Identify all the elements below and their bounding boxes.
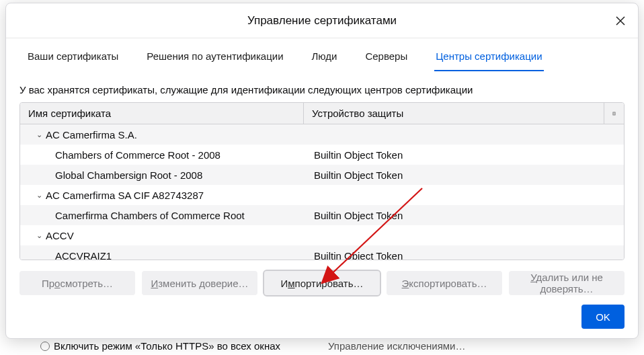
cert-tree: Имя сертификата Устройство защиты ⌄AC Ca… (19, 102, 625, 260)
tree-label: Camerfirma Chambers of Commerce Root (55, 210, 245, 221)
tree-label: AC Camerfirma S.A. (46, 129, 137, 141)
https-mode-radio[interactable]: Включить режим «Только HTTPS» во всех ок… (40, 340, 280, 352)
view-button[interactable]: Просмотреть… (19, 271, 135, 295)
chevron-down-icon: ⌄ (35, 130, 43, 139)
export-button[interactable]: Экспортировать… (387, 271, 502, 295)
svg-rect-0 (612, 112, 615, 114)
col-name[interactable]: Имя сертификата (20, 103, 304, 124)
tree-label: Chambers of Commerce Root - 2008 (55, 149, 220, 161)
tab-authorities[interactable]: Центры сертификации (434, 44, 543, 71)
import-button[interactable]: Импортировать… (264, 271, 380, 295)
tree-cert[interactable]: ACCVRAIZ1 Builtin Object Token (20, 245, 624, 260)
dialog-footer: OK (6, 298, 638, 338)
tree-group[interactable]: ⌄AC Camerfirma SA CIF A82743287 (20, 185, 624, 205)
column-picker-icon (612, 109, 616, 118)
tab-servers[interactable]: Серверы (364, 44, 409, 71)
col-device[interactable]: Устройство защиты (304, 103, 604, 124)
description-text: У вас хранятся сертификаты, служащие для… (6, 72, 638, 102)
chevron-down-icon: ⌄ (35, 231, 43, 240)
tree-cert[interactable]: Camerfirma Chambers of Commerce Root Bui… (20, 205, 624, 225)
tab-auth-decisions[interactable]: Решения по аутентификации (145, 44, 284, 71)
tree-header: Имя сертификата Устройство защиты (20, 103, 624, 124)
tree-cert[interactable]: Chambers of Commerce Root - 2008 Builtin… (20, 145, 624, 165)
chevron-down-icon: ⌄ (35, 191, 43, 200)
tree-body[interactable]: ⌄AC Camerfirma S.A. Chambers of Commerce… (20, 124, 624, 260)
tab-your-certs[interactable]: Ваши сертификаты (26, 44, 120, 71)
tree-device: Builtin Object Token (304, 250, 624, 260)
close-button[interactable] (610, 10, 631, 32)
column-picker[interactable] (604, 103, 624, 124)
tree-device: Builtin Object Token (304, 210, 624, 221)
https-mode-radio-label: Включить режим «Только HTTPS» во всех ок… (54, 340, 280, 352)
delete-distrust-button[interactable]: Удалить или не доверять… (509, 271, 625, 295)
certificate-manager-dialog: Управление сертификатами Ваши сертификат… (5, 3, 639, 339)
tree-label: ACCVRAIZ1 (55, 250, 112, 260)
manage-exceptions-link[interactable]: Управление исключениями… (328, 340, 465, 352)
tab-bar: Ваши сертификаты Решения по аутентификац… (6, 42, 638, 72)
tab-people[interactable]: Люди (311, 44, 339, 71)
action-button-row: Просмотреть… Изменить доверие… Импортиро… (6, 264, 638, 298)
tree-label: Global Chambersign Root - 2008 (55, 169, 202, 181)
dialog-header: Управление сертификатами (6, 3, 638, 38)
underlying-page: Включить режим «Только HTTPS» во всех ок… (0, 336, 644, 355)
tree-label: AC Camerfirma SA CIF A82743287 (46, 190, 204, 201)
tree-label: ACCV (46, 230, 74, 241)
https-mode-radio-input[interactable] (40, 342, 50, 351)
tree-device: Builtin Object Token (304, 149, 624, 161)
tree-cert[interactable]: Global Chambersign Root - 2008 Builtin O… (20, 165, 624, 185)
tree-group[interactable]: ⌄AC Camerfirma S.A. (20, 124, 624, 145)
tree-group[interactable]: ⌄ACCV (20, 225, 624, 245)
tree-device: Builtin Object Token (304, 169, 624, 181)
close-icon (615, 15, 626, 26)
edit-trust-button[interactable]: Изменить доверие… (142, 271, 257, 295)
ok-button[interactable]: OK (581, 305, 625, 329)
dialog-title: Управление сертификатами (247, 14, 397, 28)
